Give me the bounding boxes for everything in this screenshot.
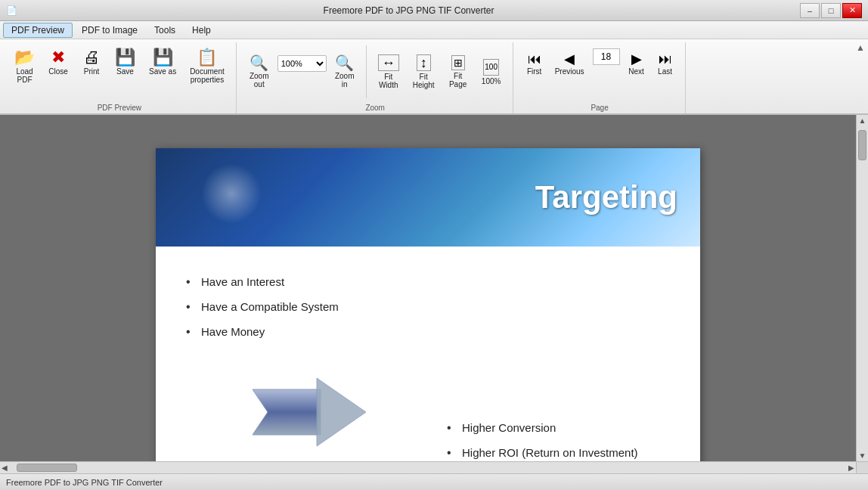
- zoom-in-label: Zoomin: [335, 72, 355, 88]
- zoom-in-button[interactable]: 🔍 Zoomin: [330, 51, 360, 92]
- load-pdf-label: LoadPDF: [16, 67, 33, 84]
- main-area: Targeting Have an Interest Have a Compat…: [0, 115, 868, 473]
- fit-100-button[interactable]: 100 100%: [476, 55, 507, 89]
- slide-title: Targeting: [535, 179, 677, 216]
- ribbon-group-pdf-preview-label: PDF Preview: [3, 104, 236, 112]
- ribbon-group-pdf-preview: 📂 LoadPDF ✖ Close 🖨 Print 💾 Save 💾 Save …: [3, 42, 237, 113]
- scroll-right-button[interactable]: ▶: [847, 462, 856, 473]
- page-number-input[interactable]: [593, 48, 620, 65]
- zoom-in-icon: 🔍: [335, 55, 354, 70]
- slide-left: Have an Interest Have a Compatible Syste…: [186, 269, 409, 465]
- scroll-down-button[interactable]: ▼: [857, 450, 868, 461]
- print-button[interactable]: 🖨 Print: [76, 45, 107, 79]
- status-text: Freemore PDF to JPG PNG TIF Converter: [6, 478, 163, 487]
- next-label: Next: [628, 67, 644, 76]
- arrow-graphic: [209, 374, 409, 450]
- ribbon-group-page-label: Page: [515, 104, 685, 112]
- document-properties-icon: 📋: [197, 49, 217, 66]
- fit-page-label: FitPage: [449, 72, 467, 88]
- save-button[interactable]: 💾 Save: [110, 45, 141, 79]
- save-as-button[interactable]: 💾 Save as: [144, 45, 181, 79]
- last-icon: ⏭: [659, 52, 672, 66]
- menu-tools[interactable]: Tools: [147, 23, 183, 37]
- previous-icon: ◀: [564, 52, 575, 66]
- maximize-button[interactable]: □: [821, 3, 841, 18]
- ribbon-group-zoom-label: Zoom: [238, 104, 513, 112]
- close-icon: ✖: [51, 49, 65, 66]
- right-bullet-list: Higher Conversion Higher ROI (Return on …: [447, 415, 670, 465]
- fit-height-button[interactable]: ↕ FitHeight: [408, 51, 440, 93]
- pdf-preview-canvas: Targeting Have an Interest Have a Compat…: [156, 148, 700, 473]
- next-button[interactable]: ▶ Next: [623, 48, 650, 79]
- menu-help[interactable]: Help: [184, 23, 219, 37]
- bullet-item-4: Higher Conversion: [447, 415, 670, 440]
- zoom-out-button[interactable]: 🔍 Zoomout: [244, 51, 274, 92]
- app-icon: 📄: [6, 5, 17, 16]
- menu-pdf-to-image[interactable]: PDF to Image: [74, 23, 145, 37]
- bullet-item-2: Have a Compatible System: [186, 294, 409, 319]
- previous-label: Previous: [555, 67, 584, 76]
- close-label: Close: [48, 67, 68, 76]
- document-properties-label: Documentproperties: [190, 67, 225, 84]
- load-pdf-button[interactable]: 📂 LoadPDF: [9, 45, 40, 88]
- fit-width-icon: ↔: [378, 54, 399, 71]
- ribbon-collapse-button[interactable]: ▲: [856, 42, 865, 53]
- ribbon: 📂 LoadPDF ✖ Close 🖨 Print 💾 Save 💾 Save …: [0, 39, 868, 115]
- title-bar: 📄 Freemore PDF to JPG PNG TIF Converter …: [0, 0, 868, 21]
- scrollbar-vertical[interactable]: ▲ ▼: [856, 115, 868, 461]
- save-as-icon: 💾: [153, 49, 173, 66]
- left-bullet-list: Have an Interest Have a Compatible Syste…: [186, 269, 409, 344]
- slide-right: Higher Conversion Higher ROI (Return on …: [432, 269, 670, 465]
- fit-height-label: FitHeight: [413, 73, 435, 89]
- menu-bar: PDF Preview PDF to Image Tools Help: [0, 21, 868, 39]
- fit-height-icon: ↕: [417, 54, 431, 71]
- fit-width-button[interactable]: ↔ FitWidth: [373, 51, 405, 93]
- zoom-out-label: Zoomout: [250, 72, 269, 88]
- scroll-corner: [856, 461, 868, 473]
- menu-pdf-preview[interactable]: PDF Preview: [3, 23, 73, 38]
- ribbon-group-page: ⏮ First ◀ Previous ▶ Next ⏭ Last Pa: [515, 42, 686, 113]
- fit-100-label: 100%: [482, 77, 501, 85]
- close-button[interactable]: ✕: [842, 3, 862, 18]
- last-button[interactable]: ⏭ Last: [652, 48, 679, 79]
- scrollbar-horizontal[interactable]: ◀ ▶: [0, 461, 856, 473]
- slide-header: Targeting: [156, 148, 700, 247]
- ribbon-group-zoom: 🔍 Zoomout 50% 75% 100% 125% 150% 200% 🔍 …: [238, 42, 513, 113]
- scroll-thumb-horizontal[interactable]: [17, 464, 77, 472]
- first-button[interactable]: ⏮ First: [521, 48, 548, 79]
- bullet-item-1: Have an Interest: [186, 269, 409, 294]
- svg-marker-0: [253, 389, 321, 435]
- print-icon: 🖨: [83, 49, 100, 66]
- scroll-track-vertical[interactable]: [857, 126, 868, 450]
- document-properties-button[interactable]: 📋 Documentproperties: [184, 45, 230, 88]
- scroll-left-button[interactable]: ◀: [0, 462, 9, 473]
- last-label: Last: [658, 67, 672, 76]
- arrow-svg: [253, 374, 366, 450]
- print-label: Print: [84, 67, 100, 76]
- zoom-out-icon: 🔍: [250, 55, 268, 70]
- window-controls: – □ ✕: [800, 3, 862, 18]
- app-title: Freemore PDF to JPG PNG TIF Converter: [17, 5, 800, 16]
- ribbon-separator-1: [366, 45, 367, 98]
- scroll-track-horizontal[interactable]: [9, 462, 847, 473]
- slide-body: Have an Interest Have a Compatible Syste…: [156, 247, 700, 473]
- fit-width-label: FitWidth: [379, 73, 398, 89]
- zoom-select[interactable]: 50% 75% 100% 125% 150% 200%: [277, 55, 327, 72]
- bullet-item-3: Have Money: [186, 319, 409, 344]
- svg-marker-1: [317, 378, 366, 446]
- save-as-label: Save as: [149, 67, 176, 76]
- zoom-control: 50% 75% 100% 125% 150% 200%: [277, 55, 327, 88]
- fit-100-icon: 100: [483, 59, 499, 76]
- status-bar: Freemore PDF to JPG PNG TIF Converter: [0, 473, 868, 490]
- fit-page-icon: ⊞: [451, 55, 465, 70]
- close-button-ribbon[interactable]: ✖ Close: [43, 45, 73, 79]
- next-icon: ▶: [631, 52, 642, 66]
- first-label: First: [527, 67, 541, 76]
- minimize-button[interactable]: –: [800, 3, 820, 18]
- scroll-up-button[interactable]: ▲: [857, 115, 868, 126]
- load-pdf-icon: 📂: [14, 49, 35, 66]
- fit-page-button[interactable]: ⊞ FitPage: [443, 51, 473, 92]
- first-icon: ⏮: [528, 52, 541, 66]
- previous-button[interactable]: ◀ Previous: [550, 48, 590, 79]
- scroll-thumb-vertical[interactable]: [858, 130, 866, 160]
